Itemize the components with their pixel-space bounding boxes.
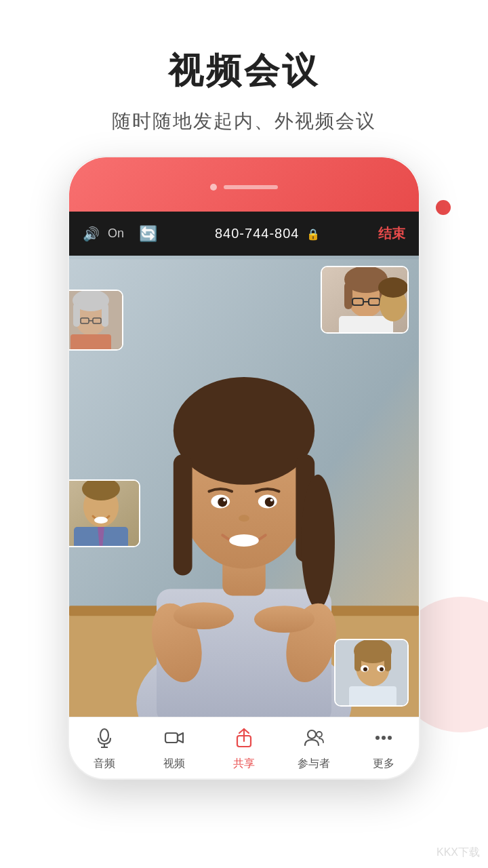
more-icon [373, 728, 394, 753]
svg-point-67 [317, 732, 322, 737]
svg-point-70 [388, 736, 392, 740]
svg-point-69 [382, 736, 386, 740]
svg-point-66 [308, 730, 316, 738]
main-video [69, 256, 419, 717]
toolbar-participants[interactable]: 参与者 [279, 728, 349, 771]
meeting-id: 840-744-804 🔒 [157, 226, 378, 241]
svg-point-56 [363, 667, 367, 671]
thumbnail-left-bottom [69, 479, 140, 547]
phone-mockup: 🔊 On 🔄 840-744-804 🔒 结束 [68, 156, 420, 780]
svg-point-10 [301, 475, 335, 609]
svg-rect-31 [339, 316, 393, 334]
video-label: 视频 [163, 757, 185, 771]
svg-rect-8 [174, 454, 192, 576]
end-call-button[interactable]: 结束 [378, 224, 405, 243]
svg-rect-62 [165, 733, 178, 743]
toolbar-more[interactable]: 更多 [349, 728, 419, 771]
svg-point-59 [100, 729, 108, 741]
notch-line [224, 185, 278, 189]
svg-point-46 [94, 517, 108, 524]
svg-point-7 [174, 377, 314, 485]
camera-switch-icon[interactable]: 🔄 [139, 225, 157, 243]
toolbar-video[interactable]: 视频 [139, 728, 209, 771]
svg-point-57 [380, 667, 384, 671]
video-icon [164, 728, 184, 753]
svg-point-15 [223, 498, 226, 501]
svg-rect-38 [102, 303, 108, 327]
svg-point-21 [174, 602, 234, 629]
camera-dot [210, 184, 217, 191]
audio-label: 音频 [94, 757, 115, 771]
svg-point-13 [218, 498, 227, 507]
svg-point-33 [378, 277, 408, 298]
svg-rect-42 [70, 334, 111, 351]
call-bar: 🔊 On 🔄 840-744-804 🔒 结束 [69, 212, 419, 256]
lock-icon: 🔒 [306, 229, 321, 240]
svg-point-16 [270, 498, 273, 501]
thumbnail-top-right [321, 266, 409, 334]
more-label: 更多 [373, 757, 394, 771]
svg-point-18 [229, 534, 259, 547]
page-subtitle: 随时随地发起内、外视频会议 [0, 108, 488, 134]
svg-marker-63 [178, 733, 183, 743]
svg-rect-58 [349, 686, 396, 707]
participants-icon [304, 728, 324, 753]
watermark: KKX下载 [436, 846, 480, 860]
svg-rect-26 [344, 282, 352, 309]
thumbnail-left-top [69, 290, 123, 351]
share-icon [234, 728, 254, 753]
toolbar-share[interactable]: 共享 [209, 728, 279, 771]
audio-icon [94, 728, 115, 753]
speaker-on-text: On [108, 226, 124, 241]
svg-point-17 [239, 515, 249, 521]
participants-label: 参与者 [298, 757, 330, 771]
svg-point-14 [265, 498, 274, 507]
call-bar-left: 🔊 On 🔄 [83, 225, 157, 243]
phone-top-bar [69, 157, 419, 212]
bg-decoration-dot-red [436, 200, 451, 215]
svg-rect-37 [73, 303, 80, 327]
svg-point-22 [254, 606, 314, 633]
svg-point-68 [375, 736, 380, 740]
video-area [69, 256, 419, 717]
speaker-icon: 🔊 [83, 226, 100, 242]
page-title: 视频会议 [0, 47, 488, 95]
share-label: 共享 [233, 757, 255, 771]
bottom-toolbar: 音频 视频 共享 [69, 717, 419, 780]
toolbar-audio[interactable]: 音频 [69, 728, 139, 771]
svg-rect-53 [384, 651, 391, 671]
svg-rect-52 [354, 651, 361, 671]
thumbnail-bottom-right [334, 639, 409, 707]
